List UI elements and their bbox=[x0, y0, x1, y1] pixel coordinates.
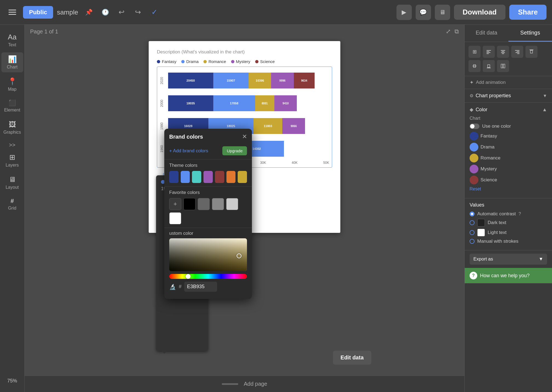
seg-1980-mystery: 9066 bbox=[282, 118, 305, 134]
theme-swatch-0[interactable] bbox=[169, 171, 179, 183]
doc-title[interactable]: sample bbox=[57, 8, 78, 16]
undo-button[interactable]: ↩ bbox=[115, 5, 128, 19]
hamburger-menu[interactable] bbox=[5, 5, 19, 19]
fav-swatch-black[interactable] bbox=[183, 198, 196, 210]
color-gradient[interactable] bbox=[169, 238, 247, 271]
history-button[interactable]: 🕐 bbox=[98, 5, 112, 19]
eyedropper-button[interactable]: 🔬 bbox=[169, 284, 176, 290]
fav-swatch-white[interactable] bbox=[169, 212, 181, 224]
add-animation-row[interactable]: ✦ Add animation bbox=[465, 76, 552, 89]
theme-swatch-5[interactable] bbox=[226, 171, 236, 183]
export-chevron: ▼ bbox=[539, 256, 543, 262]
layers-icon: ⊞ bbox=[9, 153, 15, 162]
radio-light-text[interactable] bbox=[470, 230, 475, 235]
tab-edit-data[interactable]: Edit data bbox=[465, 25, 508, 42]
hex-hash: # bbox=[179, 284, 182, 290]
sidebar-item-chart[interactable]: 📊 Chart bbox=[1, 52, 23, 72]
color-chevron-up[interactable]: ▲ bbox=[542, 107, 547, 113]
seg-2020-drama: 15907 bbox=[213, 73, 249, 88]
sidebar-label-layout: Layout bbox=[5, 185, 19, 190]
present-button[interactable]: ▶ bbox=[396, 5, 412, 20]
tool-align-right[interactable] bbox=[511, 46, 523, 58]
hue-handle[interactable] bbox=[186, 274, 191, 279]
screen-button[interactable]: 🖥 bbox=[435, 5, 450, 20]
radio-manual-strokes[interactable] bbox=[470, 239, 475, 244]
expand-icon[interactable]: >> bbox=[9, 142, 15, 148]
fav-add-button[interactable]: + bbox=[169, 198, 181, 210]
sidebar-item-text[interactable]: Aa Text bbox=[1, 30, 23, 50]
tool-text-mid[interactable] bbox=[468, 60, 481, 72]
svg-rect-18 bbox=[501, 64, 503, 68]
tool-layers[interactable]: ⊞ bbox=[468, 46, 481, 58]
export-select[interactable]: Export as ▼ bbox=[470, 254, 547, 265]
radio-dark-text[interactable] bbox=[470, 220, 475, 225]
fav-swatch-dark-gray[interactable] bbox=[198, 198, 210, 210]
download-button[interactable]: Download bbox=[454, 5, 505, 20]
help-bar[interactable]: ? How can we help you? bbox=[465, 268, 552, 283]
bar-2000: 18035 17058 8001 9410 bbox=[168, 95, 329, 111]
sidebar-item-layout[interactable]: 🖥 Layout bbox=[1, 173, 23, 193]
fav-swatch-mid-gray[interactable] bbox=[212, 198, 224, 210]
copy-icon[interactable]: ⧉ bbox=[455, 28, 459, 35]
svg-rect-2 bbox=[487, 52, 490, 53]
tool-align-left[interactable] bbox=[483, 46, 495, 58]
help-icon-auto[interactable]: ? bbox=[519, 211, 521, 216]
edit-data-button[interactable]: Edit data bbox=[333, 351, 371, 365]
theme-swatch-1[interactable] bbox=[181, 171, 190, 183]
sidebar-item-map[interactable]: 📍 Map bbox=[1, 75, 23, 95]
sidebar-item-graphics[interactable]: 🖼 Graphics bbox=[1, 118, 23, 138]
tab-settings[interactable]: Settings bbox=[508, 25, 552, 42]
hex-input[interactable] bbox=[184, 282, 217, 292]
tool-collapse[interactable] bbox=[497, 60, 509, 72]
swatch-drama[interactable] bbox=[470, 143, 478, 151]
tool-align-center[interactable] bbox=[497, 46, 509, 58]
public-button[interactable]: Public bbox=[23, 6, 53, 19]
tool-text-top[interactable] bbox=[525, 46, 537, 58]
zoom-level[interactable]: 75% bbox=[1, 375, 23, 387]
comment-button[interactable]: 💬 bbox=[416, 5, 431, 20]
upgrade-button[interactable]: Upgrade bbox=[222, 146, 247, 155]
svg-rect-11 bbox=[517, 53, 519, 54]
theme-swatch-3[interactable] bbox=[203, 171, 213, 183]
tool-text-bottom[interactable] bbox=[483, 60, 495, 72]
chart-properties-header[interactable]: ⚙ Chart properties ▼ bbox=[470, 93, 547, 99]
xaxis-30k: 30K bbox=[260, 161, 266, 165]
chart-prop-icon: ⚙ bbox=[470, 93, 473, 98]
add-page-button[interactable]: Add page bbox=[244, 381, 267, 387]
color-section-title: ◆ Color ▲ bbox=[470, 107, 547, 113]
radio-auto-contrast[interactable] bbox=[470, 211, 475, 216]
fav-swatch-light-gray[interactable] bbox=[226, 198, 238, 210]
swatch-fantasy[interactable] bbox=[470, 132, 478, 141]
fullscreen-icon[interactable]: ⤢ bbox=[446, 28, 451, 35]
add-brand-button[interactable]: + Add brand colors bbox=[169, 148, 208, 154]
color-picker-handle[interactable] bbox=[237, 253, 242, 258]
color-picker-popup: Brand colors ✕ + Add brand colors Upgrad… bbox=[164, 129, 252, 299]
swatch-mystery[interactable] bbox=[470, 165, 478, 173]
pin-button[interactable]: 📌 bbox=[82, 5, 96, 19]
check-button[interactable]: ✓ bbox=[148, 5, 161, 19]
sidebar-item-grid[interactable]: # Grid bbox=[1, 195, 23, 213]
swatch-science[interactable] bbox=[470, 176, 478, 184]
svg-rect-4 bbox=[501, 50, 505, 51]
layout-icon: 🖥 bbox=[9, 175, 16, 184]
popup-close-button[interactable]: ✕ bbox=[242, 133, 247, 140]
reset-link[interactable]: Reset bbox=[470, 187, 547, 191]
seg-2020-fantasy: 20450 bbox=[168, 73, 213, 88]
seg-2020-romance: 10396 bbox=[249, 73, 271, 88]
theme-swatch-6[interactable] bbox=[238, 171, 247, 183]
theme-swatch-2[interactable] bbox=[192, 171, 201, 183]
sidebar-item-layers[interactable]: ⊞ Layers bbox=[1, 150, 23, 170]
chart-description: Description (What's visualized in the ch… bbox=[157, 49, 332, 55]
hue-slider[interactable] bbox=[169, 274, 247, 279]
sidebar-item-element[interactable]: ⬛ Element bbox=[1, 97, 23, 115]
use-one-color-toggle[interactable] bbox=[470, 124, 479, 129]
scroll-indicator[interactable] bbox=[222, 383, 238, 385]
theme-swatch-4[interactable] bbox=[215, 171, 224, 183]
topbar-right: ▶ 💬 🖥 Download Share bbox=[396, 5, 547, 20]
swatch-romance[interactable] bbox=[470, 154, 478, 162]
redo-button[interactable]: ↪ bbox=[131, 5, 145, 19]
svg-rect-17 bbox=[488, 65, 490, 67]
share-button[interactable]: Share bbox=[509, 5, 547, 20]
sidebar-label-element: Element bbox=[4, 108, 20, 113]
color-label: Color bbox=[476, 107, 487, 113]
